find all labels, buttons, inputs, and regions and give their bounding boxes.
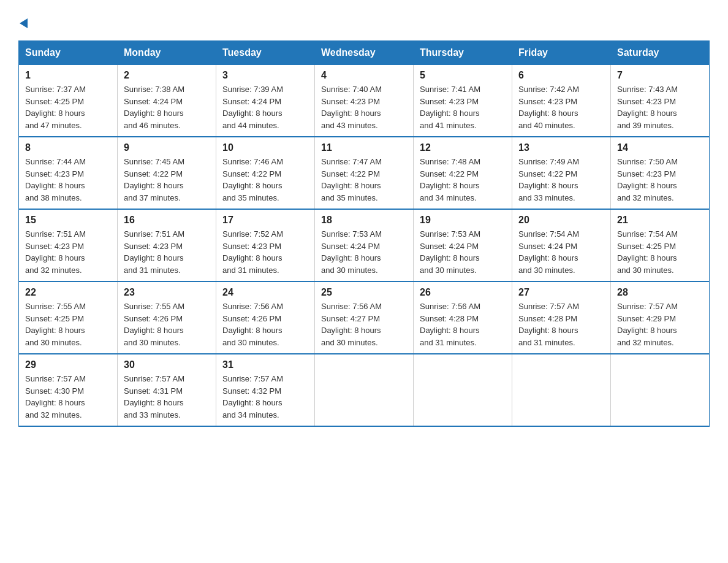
day-info: Sunrise: 7:41 AMSunset: 4:23 PMDaylight:…: [420, 85, 480, 130]
day-number: 26: [420, 287, 506, 298]
day-number: 20: [518, 215, 604, 226]
day-number: 15: [25, 215, 111, 226]
day-number: 10: [222, 142, 308, 153]
day-number: 9: [124, 142, 210, 153]
calendar-day-cell: 8 Sunrise: 7:44 AMSunset: 4:23 PMDayligh…: [19, 137, 118, 209]
calendar-day-cell: 19 Sunrise: 7:53 AMSunset: 4:24 PMDaylig…: [414, 209, 512, 282]
day-number: 12: [420, 142, 506, 153]
day-number: 21: [617, 215, 703, 226]
day-number: 31: [222, 359, 308, 370]
day-number: 29: [25, 359, 111, 370]
day-number: 18: [321, 215, 407, 226]
day-info: Sunrise: 7:57 AMSunset: 4:31 PMDaylight:…: [124, 374, 184, 419]
day-number: 19: [420, 215, 506, 226]
weekday-header-friday: Friday: [512, 41, 611, 65]
calendar-week-row: 29 Sunrise: 7:57 AMSunset: 4:30 PMDaylig…: [19, 354, 710, 426]
calendar-day-cell: 18 Sunrise: 7:53 AMSunset: 4:24 PMDaylig…: [315, 209, 414, 282]
calendar-day-cell: 22 Sunrise: 7:55 AMSunset: 4:25 PMDaylig…: [19, 282, 118, 354]
calendar-day-cell: 3 Sunrise: 7:39 AMSunset: 4:24 PMDayligh…: [216, 65, 315, 137]
calendar-day-cell: 31 Sunrise: 7:57 AMSunset: 4:32 PMDaylig…: [216, 354, 315, 426]
weekday-header-tuesday: Tuesday: [216, 41, 315, 65]
day-number: 5: [420, 70, 506, 81]
calendar-day-cell: 1 Sunrise: 7:37 AMSunset: 4:25 PMDayligh…: [19, 65, 118, 137]
day-info: Sunrise: 7:48 AMSunset: 4:22 PMDaylight:…: [420, 157, 480, 202]
calendar-day-cell: 23 Sunrise: 7:55 AMSunset: 4:26 PMDaylig…: [118, 282, 216, 354]
weekday-header-sunday: Sunday: [19, 41, 118, 65]
day-info: Sunrise: 7:49 AMSunset: 4:22 PMDaylight:…: [518, 157, 579, 202]
day-number: 28: [617, 287, 703, 298]
weekday-header-thursday: Thursday: [414, 41, 512, 65]
calendar-day-cell: 4 Sunrise: 7:40 AMSunset: 4:23 PMDayligh…: [315, 65, 414, 137]
day-info: Sunrise: 7:55 AMSunset: 4:26 PMDaylight:…: [124, 302, 184, 347]
calendar-day-cell: 6 Sunrise: 7:42 AMSunset: 4:23 PMDayligh…: [512, 65, 611, 137]
calendar-day-cell: 11 Sunrise: 7:47 AMSunset: 4:22 PMDaylig…: [315, 137, 414, 209]
day-number: 6: [518, 70, 604, 81]
day-number: 1: [25, 70, 111, 81]
calendar-day-cell: 29 Sunrise: 7:57 AMSunset: 4:30 PMDaylig…: [19, 354, 118, 426]
calendar-day-cell: 5 Sunrise: 7:41 AMSunset: 4:23 PMDayligh…: [414, 65, 512, 137]
calendar-day-cell: 9 Sunrise: 7:45 AMSunset: 4:22 PMDayligh…: [118, 137, 216, 209]
day-info: Sunrise: 7:57 AMSunset: 4:28 PMDaylight:…: [518, 302, 579, 347]
calendar-day-cell: [414, 354, 512, 426]
calendar-week-row: 8 Sunrise: 7:44 AMSunset: 4:23 PMDayligh…: [19, 137, 710, 209]
day-number: 25: [321, 287, 407, 298]
day-info: Sunrise: 7:51 AMSunset: 4:23 PMDaylight:…: [124, 229, 184, 275]
weekday-header-wednesday: Wednesday: [315, 41, 414, 65]
logo-triangle-icon: [20, 18, 28, 28]
day-info: Sunrise: 7:56 AMSunset: 4:26 PMDaylight:…: [222, 302, 283, 347]
day-number: 16: [124, 215, 210, 226]
day-number: 17: [222, 215, 308, 226]
day-info: Sunrise: 7:37 AMSunset: 4:25 PMDaylight:…: [25, 85, 86, 130]
day-number: 8: [25, 142, 111, 153]
calendar-day-cell: 15 Sunrise: 7:51 AMSunset: 4:23 PMDaylig…: [19, 209, 118, 282]
calendar-day-cell: 24 Sunrise: 7:56 AMSunset: 4:26 PMDaylig…: [216, 282, 315, 354]
calendar-day-cell: 16 Sunrise: 7:51 AMSunset: 4:23 PMDaylig…: [118, 209, 216, 282]
day-info: Sunrise: 7:56 AMSunset: 4:28 PMDaylight:…: [420, 302, 480, 347]
day-info: Sunrise: 7:53 AMSunset: 4:24 PMDaylight:…: [321, 229, 382, 275]
calendar-day-cell: 20 Sunrise: 7:54 AMSunset: 4:24 PMDaylig…: [512, 209, 611, 282]
day-info: Sunrise: 7:47 AMSunset: 4:22 PMDaylight:…: [321, 157, 382, 202]
calendar-day-cell: [512, 354, 611, 426]
calendar-day-cell: 2 Sunrise: 7:38 AMSunset: 4:24 PMDayligh…: [118, 65, 216, 137]
day-info: Sunrise: 7:45 AMSunset: 4:22 PMDaylight:…: [124, 157, 184, 202]
day-number: 13: [518, 142, 604, 153]
calendar-day-cell: 30 Sunrise: 7:57 AMSunset: 4:31 PMDaylig…: [118, 354, 216, 426]
day-info: Sunrise: 7:56 AMSunset: 4:27 PMDaylight:…: [321, 302, 382, 347]
day-number: 30: [124, 359, 210, 370]
day-number: 23: [124, 287, 210, 298]
calendar-day-cell: 21 Sunrise: 7:54 AMSunset: 4:25 PMDaylig…: [611, 209, 710, 282]
day-info: Sunrise: 7:57 AMSunset: 4:30 PMDaylight:…: [25, 374, 86, 419]
calendar-day-cell: 27 Sunrise: 7:57 AMSunset: 4:28 PMDaylig…: [512, 282, 611, 354]
day-number: 24: [222, 287, 308, 298]
day-number: 2: [124, 70, 210, 81]
calendar-day-cell: 13 Sunrise: 7:49 AMSunset: 4:22 PMDaylig…: [512, 137, 611, 209]
calendar-week-row: 15 Sunrise: 7:51 AMSunset: 4:23 PMDaylig…: [19, 209, 710, 282]
calendar-header-row: SundayMondayTuesdayWednesdayThursdayFrid…: [19, 41, 710, 65]
calendar-day-cell: 28 Sunrise: 7:57 AMSunset: 4:29 PMDaylig…: [611, 282, 710, 354]
day-number: 22: [25, 287, 111, 298]
calendar-day-cell: 25 Sunrise: 7:56 AMSunset: 4:27 PMDaylig…: [315, 282, 414, 354]
calendar-day-cell: 26 Sunrise: 7:56 AMSunset: 4:28 PMDaylig…: [414, 282, 512, 354]
weekday-header-saturday: Saturday: [611, 41, 710, 65]
day-number: 27: [518, 287, 604, 298]
calendar-day-cell: 14 Sunrise: 7:50 AMSunset: 4:23 PMDaylig…: [611, 137, 710, 209]
page-header: [18, 18, 710, 28]
day-info: Sunrise: 7:57 AMSunset: 4:29 PMDaylight:…: [617, 302, 678, 347]
logo: [18, 18, 28, 28]
calendar-day-cell: [611, 354, 710, 426]
calendar-day-cell: [315, 354, 414, 426]
day-info: Sunrise: 7:42 AMSunset: 4:23 PMDaylight:…: [518, 85, 579, 130]
weekday-header-monday: Monday: [118, 41, 216, 65]
day-info: Sunrise: 7:52 AMSunset: 4:23 PMDaylight:…: [222, 229, 283, 275]
calendar-week-row: 22 Sunrise: 7:55 AMSunset: 4:25 PMDaylig…: [19, 282, 710, 354]
day-info: Sunrise: 7:38 AMSunset: 4:24 PMDaylight:…: [124, 85, 184, 130]
day-info: Sunrise: 7:50 AMSunset: 4:23 PMDaylight:…: [617, 157, 678, 202]
day-number: 14: [617, 142, 703, 153]
day-info: Sunrise: 7:55 AMSunset: 4:25 PMDaylight:…: [25, 302, 86, 347]
calendar-day-cell: 12 Sunrise: 7:48 AMSunset: 4:22 PMDaylig…: [414, 137, 512, 209]
day-info: Sunrise: 7:51 AMSunset: 4:23 PMDaylight:…: [25, 229, 86, 275]
calendar-week-row: 1 Sunrise: 7:37 AMSunset: 4:25 PMDayligh…: [19, 65, 710, 137]
calendar-day-cell: 17 Sunrise: 7:52 AMSunset: 4:23 PMDaylig…: [216, 209, 315, 282]
day-info: Sunrise: 7:54 AMSunset: 4:24 PMDaylight:…: [518, 229, 579, 275]
day-info: Sunrise: 7:53 AMSunset: 4:24 PMDaylight:…: [420, 229, 480, 275]
